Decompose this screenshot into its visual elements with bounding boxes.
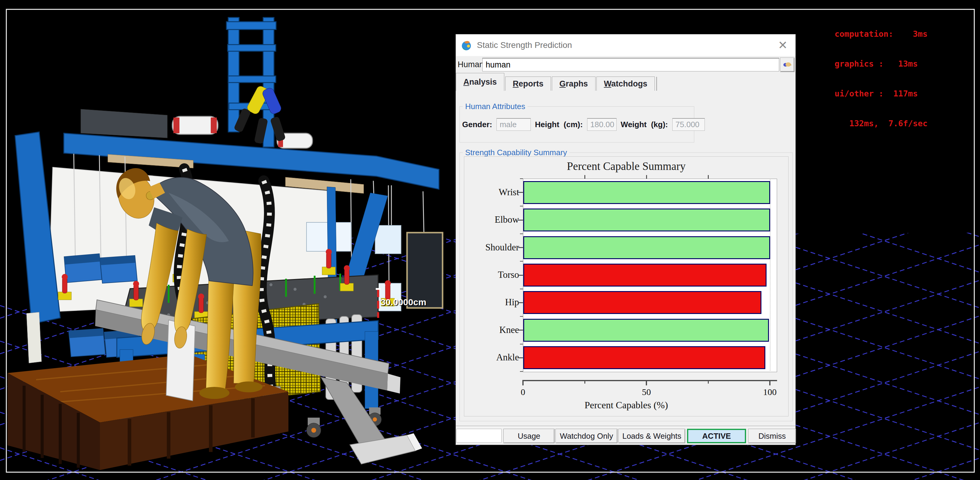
bar-shoulder (523, 236, 770, 259)
ytick-minor (520, 371, 523, 372)
ylabel-hip: Hip (467, 297, 519, 308)
xtick-label-100: 100 (758, 387, 782, 397)
x-axis-label: Percent Capables (%) (464, 400, 788, 411)
perf-line: ui/other : 117ms (835, 89, 928, 99)
xtick-label-50: 50 (634, 387, 659, 397)
loads-weights-button[interactable]: Loads & Weights (619, 429, 685, 443)
app-icon (461, 40, 472, 51)
active-button[interactable]: ACTIVE (687, 429, 746, 443)
chart-panel: Percent Capable Summary Percent Capables… (464, 156, 789, 416)
gridline-100 (770, 180, 770, 371)
bar-elbow (523, 209, 770, 231)
tab-end-separator (656, 77, 657, 91)
x-axis-line (522, 380, 777, 381)
ylabel-ankle: Ankle (467, 352, 519, 363)
ylabel-elbow: Elbow (467, 214, 519, 225)
bottom-separator (456, 426, 795, 427)
dialog-titlebar[interactable]: Static Strength Prediction ✕ (456, 34, 795, 56)
ytick-minor (520, 206, 523, 206)
performance-stats: computation: 3ms graphics : 13ms ui/othe… (835, 9, 928, 148)
ytick-hip (518, 302, 523, 303)
weight-value: 75.000 (672, 118, 705, 131)
perf-line: graphics : 13ms (835, 59, 928, 69)
bar-hip (523, 291, 761, 314)
dismiss-button[interactable]: Dismiss (748, 429, 796, 443)
ytick-minor (520, 344, 523, 344)
perf-line: 132ms, 7.6f/sec (835, 118, 928, 128)
tab-analysis-label: Analysis (463, 77, 497, 87)
3d-viewport[interactable]: computation: 3ms graphics : 13ms ui/othe… (0, 0, 980, 480)
perf-line: computation: 3ms (835, 29, 928, 39)
ytick-minor (520, 316, 523, 317)
top-tick (646, 175, 647, 179)
tab-graphs[interactable]: Graphs (552, 77, 595, 91)
xtick-100 (769, 380, 770, 385)
weight-label: Weight (kg): (621, 120, 668, 129)
ylabel-wrist: Wrist (467, 187, 519, 198)
ytick-shoulder (518, 247, 523, 248)
analysis-tab-content: Human Attributes Gender: male Height (cm… (456, 91, 795, 425)
gender-value: male (496, 118, 531, 131)
distance-measurement-label: 30.0000cm (380, 297, 426, 307)
status-field (457, 429, 501, 443)
tab-reports-label: Reports (513, 79, 543, 89)
bar-knee (523, 319, 769, 342)
tab-watchdogs[interactable]: Watchdogs (597, 77, 655, 91)
close-button[interactable]: ✕ (774, 34, 791, 56)
bar-wrist (523, 181, 770, 204)
tab-watchdogs-label: Watchdogs (604, 79, 648, 89)
height-value: 180.00 (587, 118, 617, 131)
top-tick (584, 175, 585, 179)
ylabel-shoulder: Shoulder (467, 242, 519, 253)
human-attributes-group: Human Attributes Gender: male Height (cm… (460, 106, 694, 142)
human-label: Human: (456, 60, 482, 69)
dialog-title: Static Strength Prediction (477, 40, 572, 50)
height-label: Height (cm): (535, 120, 583, 129)
tab-reports[interactable]: Reports (505, 77, 551, 91)
top-tick (708, 175, 709, 179)
xtick-label-0: 0 (511, 387, 535, 397)
xtick-50 (646, 380, 647, 385)
human-picker-icon (783, 62, 792, 68)
tab-analysis[interactable]: Analysis (456, 73, 504, 91)
tab-bar: Analysis Reports Graphs Watchdogs (456, 73, 795, 91)
ytick-minor (520, 261, 523, 262)
ytick-minor (520, 233, 523, 234)
xtick-0 (522, 380, 523, 385)
ytick-minor (520, 289, 523, 289)
watchdog-only-button[interactable]: Watchdog Only (555, 429, 617, 443)
ytick-ankle (518, 357, 523, 358)
strength-capability-summary-group: Strength Capability Summary Percent Capa… (460, 153, 793, 421)
tab-graphs-label: Graphs (559, 79, 588, 89)
static-strength-prediction-dialog: Static Strength Prediction ✕ Human: Anal… (455, 34, 796, 445)
human-picker-button[interactable] (780, 57, 794, 72)
xtick-minor-75 (708, 380, 709, 384)
ytick-elbow (518, 220, 523, 220)
ylabel-knee: Knee (467, 325, 519, 335)
dark-board (407, 233, 442, 308)
chart-title: Percent Capable Summary (464, 160, 788, 173)
human-attributes-legend: Human Attributes (463, 102, 528, 111)
human-row: Human: (456, 56, 795, 73)
ytick-knee (518, 330, 523, 330)
usage-button[interactable]: Usage (503, 429, 555, 443)
bar-ankle (523, 346, 765, 369)
ytick-minor (520, 179, 523, 179)
strength-capability-summary-legend: Strength Capability Summary (463, 148, 570, 157)
xtick-minor-25 (584, 380, 585, 384)
human-name-input[interactable] (482, 58, 779, 72)
ylabel-torso: Torso (467, 270, 519, 280)
gender-label: Gender: (462, 120, 492, 129)
ytick-wrist (518, 192, 523, 193)
bar-torso (523, 264, 767, 287)
ytick-torso (518, 275, 523, 276)
